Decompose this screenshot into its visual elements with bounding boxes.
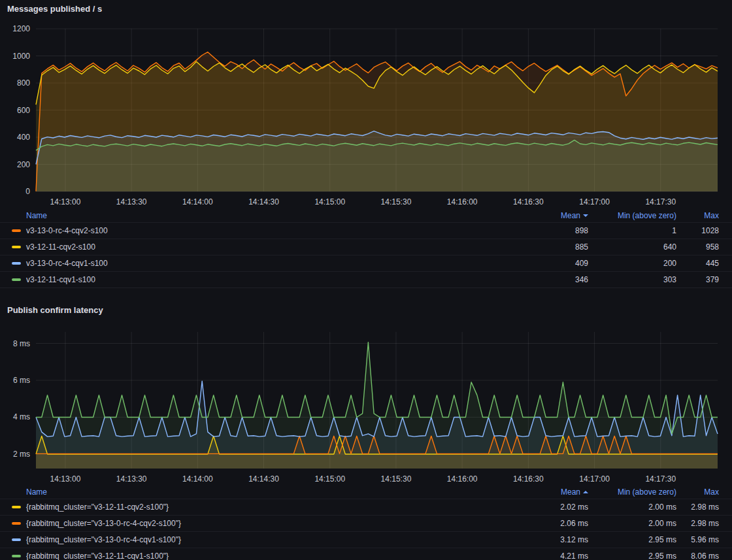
legend-series: v3-12-11-cqv2-s100 xyxy=(12,242,497,252)
x-axis-tick-label: 14:16:00 xyxy=(447,474,478,484)
x-axis-tick-label: 14:17:30 xyxy=(645,474,676,484)
legend-max-value: 8.06 ms xyxy=(676,552,719,560)
legend-series: {rabbitmq_cluster="v3-13-0-rc-4-cqv1-s10… xyxy=(12,535,497,544)
x-axis-tick-label: 14:14:30 xyxy=(248,474,279,484)
legend-max-value: 1028 xyxy=(676,226,719,235)
legend-min-value: 200 xyxy=(588,259,676,268)
legend-min-value: 640 xyxy=(588,242,676,252)
sort-caret-icon xyxy=(583,214,588,217)
legend-max-value: 2.98 ms xyxy=(676,519,719,528)
legend-row: v3-12-11-cqv2-s100885640958 xyxy=(0,239,732,255)
legend-header-mean[interactable]: Mean xyxy=(497,487,588,497)
x-axis-tick-label: 14:15:00 xyxy=(314,197,345,206)
y-axis-tick-label: 1000 xyxy=(12,52,30,61)
series-name[interactable]: {rabbitmq_cluster="v3-12-11-cqv1-s100"} xyxy=(26,552,169,560)
legend-series: v3-12-11-cqv1-s100 xyxy=(12,275,497,284)
legend-max-value: 5.96 ms xyxy=(676,535,719,544)
legend-rows: v3-13-0-rc-4-cqv2-s10089811028v3-12-11-c… xyxy=(0,222,732,288)
y-axis-tick-label: 1200 xyxy=(12,24,30,33)
legend-row: {rabbitmq_cluster="v3-13-0-rc-4-cqv1-s10… xyxy=(0,531,732,548)
series-name[interactable]: {rabbitmq_cluster="v3-12-11-cqv2-s100"} xyxy=(26,502,169,512)
legend-min-value: 2.00 ms xyxy=(588,502,676,512)
legend-min-value: 2.95 ms xyxy=(588,552,676,560)
legend-series: v3-13-0-rc-4-cqv1-s100 xyxy=(12,259,497,268)
grafana-dashboard: Messages published / s 02004006008001000… xyxy=(0,0,732,560)
legend-table-publish-confirm-latency: Name Mean Min (above zero) Max {rabbitmq… xyxy=(0,486,732,560)
panel-messages-published: Messages published / s 02004006008001000… xyxy=(0,0,732,288)
legend-series: {rabbitmq_cluster="v3-12-11-cqv1-s100"} xyxy=(12,552,497,560)
series-area-fill xyxy=(36,342,718,469)
legend-row: {rabbitmq_cluster="v3-13-0-rc-4-cqv2-s10… xyxy=(0,515,732,531)
legend-header-max[interactable]: Max xyxy=(676,211,719,220)
messages-published-chart[interactable]: 02004006008001000120014:13:0014:13:3014:… xyxy=(0,16,732,209)
x-axis-tick-label: 14:17:00 xyxy=(579,474,610,484)
series-name[interactable]: v3-12-11-cqv2-s100 xyxy=(26,242,95,252)
x-axis-tick-label: 14:17:00 xyxy=(579,197,610,206)
x-axis-tick-label: 14:13:00 xyxy=(50,197,81,206)
legend-header-mean-label: Mean xyxy=(561,487,580,497)
legend-max-value: 379 xyxy=(676,275,719,284)
legend-mean-value: 3.12 ms xyxy=(497,535,588,544)
series-color-swatch-icon[interactable] xyxy=(12,278,21,281)
legend-mean-value: 409 xyxy=(497,259,588,268)
publish-confirm-latency-chart[interactable]: 2 ms4 ms6 ms8 ms14:13:0014:13:3014:14:00… xyxy=(0,317,732,486)
x-axis-tick-label: 14:14:00 xyxy=(182,474,213,484)
series-color-swatch-icon[interactable] xyxy=(12,246,21,248)
series-color-swatch-icon[interactable] xyxy=(12,262,21,265)
x-axis-tick-label: 14:16:30 xyxy=(513,474,544,484)
x-axis-tick-label: 14:13:30 xyxy=(116,197,147,206)
legend-min-value: 1 xyxy=(588,226,676,235)
y-axis-tick-label: 600 xyxy=(17,106,30,115)
x-axis-tick-label: 14:15:30 xyxy=(381,474,412,484)
y-axis-tick-label: 4 ms xyxy=(13,412,30,421)
series-color-swatch-icon[interactable] xyxy=(12,555,21,557)
series-name[interactable]: {rabbitmq_cluster="v3-13-0-rc-4-cqv1-s10… xyxy=(26,535,181,544)
y-axis-tick-label: 0 xyxy=(25,187,30,196)
legend-row: v3-13-0-rc-4-cqv1-s100409200445 xyxy=(0,255,732,271)
series-color-swatch-icon[interactable] xyxy=(12,506,21,508)
legend-min-value: 2.00 ms xyxy=(588,519,676,528)
legend-header-min[interactable]: Min (above zero) xyxy=(588,211,676,220)
legend-header: Name Mean Min (above zero) Max xyxy=(0,486,732,499)
y-axis-tick-label: 400 xyxy=(17,133,30,142)
legend-header-min[interactable]: Min (above zero) xyxy=(588,487,676,497)
legend-row: v3-13-0-rc-4-cqv2-s10089811028 xyxy=(0,222,732,239)
x-axis-tick-label: 14:16:00 xyxy=(447,197,478,206)
legend-header-name[interactable]: Name xyxy=(12,211,497,220)
series-name[interactable]: v3-13-0-rc-4-cqv2-s100 xyxy=(26,226,108,235)
panel-title-publish-confirm-latency[interactable]: Publish confirm latency xyxy=(0,301,732,317)
series-name[interactable]: v3-12-11-cqv1-s100 xyxy=(26,275,95,284)
legend-max-value: 2.98 ms xyxy=(676,502,719,512)
series-color-swatch-icon[interactable] xyxy=(12,538,21,541)
y-axis-tick-label: 800 xyxy=(17,78,30,88)
legend-min-value: 303 xyxy=(588,275,676,284)
legend-row: v3-12-11-cqv1-s100346303379 xyxy=(0,271,732,288)
legend-header-name[interactable]: Name xyxy=(12,487,497,497)
legend-mean-value: 4.21 ms xyxy=(497,552,588,560)
series-color-swatch-icon[interactable] xyxy=(12,229,21,232)
legend-mean-value: 2.06 ms xyxy=(497,519,588,528)
y-axis-tick-label: 8 ms xyxy=(13,339,30,348)
legend-header: Name Mean Min (above zero) Max xyxy=(0,209,732,222)
legend-mean-value: 885 xyxy=(497,242,588,252)
legend-mean-value: 346 xyxy=(497,275,588,284)
x-axis-tick-label: 14:13:00 xyxy=(50,474,81,484)
y-axis-tick-label: 6 ms xyxy=(13,376,30,385)
series-name[interactable]: v3-13-0-rc-4-cqv1-s100 xyxy=(26,259,108,268)
series-name[interactable]: {rabbitmq_cluster="v3-13-0-rc-4-cqv2-s10… xyxy=(26,519,181,528)
legend-max-value: 445 xyxy=(676,259,719,268)
legend-mean-value: 898 xyxy=(497,226,588,235)
panel-title-messages-published[interactable]: Messages published / s xyxy=(0,0,732,16)
y-axis-tick-label: 200 xyxy=(17,160,30,169)
x-axis-tick-label: 14:14:00 xyxy=(182,197,213,206)
y-axis-tick-label: 2 ms xyxy=(13,450,30,459)
x-axis-tick-label: 14:17:30 xyxy=(645,197,676,206)
legend-header-max[interactable]: Max xyxy=(676,487,719,497)
legend-header-mean[interactable]: Mean xyxy=(497,211,588,220)
legend-series: v3-13-0-rc-4-cqv2-s100 xyxy=(12,226,497,235)
legend-mean-value: 2.02 ms xyxy=(497,502,588,512)
legend-table-messages-published: Name Mean Min (above zero) Max v3-13-0-r… xyxy=(0,209,732,288)
x-axis-tick-label: 14:14:30 xyxy=(248,197,279,206)
legend-max-value: 958 xyxy=(676,242,719,252)
series-color-swatch-icon[interactable] xyxy=(12,522,21,525)
